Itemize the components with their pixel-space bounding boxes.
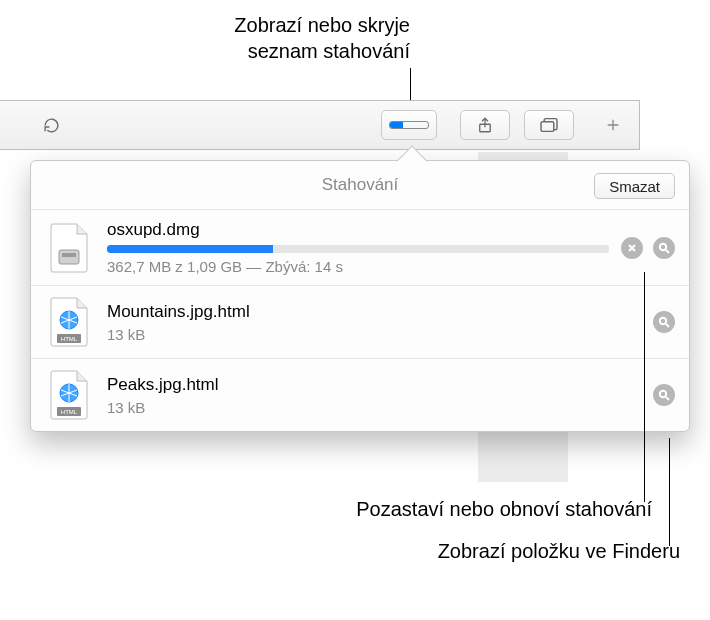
download-item: osxupd.dmg 362,7 MB z 1,09 GB — Zbývá: 1…	[31, 209, 689, 285]
svg-text:HTML: HTML	[61, 336, 78, 342]
file-meta: 13 kB	[107, 326, 641, 343]
reload-icon	[43, 117, 60, 134]
show-in-finder-button[interactable]	[653, 237, 675, 259]
magnifier-icon	[658, 242, 670, 254]
download-item: HTML Peaks.jpg.html 13 kB	[31, 358, 689, 431]
tabs-icon	[539, 117, 559, 133]
show-in-finder-button[interactable]	[653, 384, 675, 406]
share-icon	[476, 116, 494, 134]
stop-download-button[interactable]	[621, 237, 643, 259]
download-body: Peaks.jpg.html 13 kB	[107, 375, 641, 416]
downloads-popover: Stahování Smazat osxupd.dmg 362,7 MB z	[30, 160, 690, 432]
annotation-text: Zobrazí nebo skryje	[234, 14, 410, 36]
download-body: osxupd.dmg 362,7 MB z 1,09 GB — Zbývá: 1…	[107, 220, 609, 275]
clear-button-label: Smazat	[609, 178, 660, 195]
callout-line	[669, 438, 670, 546]
magnifier-icon	[658, 389, 670, 401]
plus-icon	[605, 117, 621, 133]
popover-header: Stahování Smazat	[31, 161, 689, 209]
file-name: Peaks.jpg.html	[107, 375, 641, 395]
downloads-mini-progress-fill	[390, 122, 403, 128]
svg-rect-3	[62, 253, 76, 257]
download-list: osxupd.dmg 362,7 MB z 1,09 GB — Zbývá: 1…	[31, 209, 689, 431]
progress-fill	[107, 245, 273, 253]
close-icon	[627, 243, 637, 253]
clear-button[interactable]: Smazat	[594, 173, 675, 199]
file-icon-html: HTML	[45, 296, 93, 348]
item-actions	[621, 237, 675, 259]
file-meta: 362,7 MB z 1,09 GB — Zbývá: 14 s	[107, 258, 609, 275]
download-body: Mountains.jpg.html 13 kB	[107, 302, 641, 343]
download-item: HTML Mountains.jpg.html 13 kB	[31, 285, 689, 358]
file-name: osxupd.dmg	[107, 220, 609, 240]
annotation-toggle-downloads: Zobrazí nebo skryje seznam stahování	[0, 12, 410, 64]
item-actions	[653, 384, 675, 406]
file-icon-html: HTML	[45, 369, 93, 421]
file-icon-dmg	[45, 222, 93, 274]
progress-bar	[107, 245, 609, 253]
callout-line	[644, 272, 645, 502]
downloads-mini-progress	[389, 121, 429, 129]
svg-point-8	[660, 318, 666, 324]
downloads-toolbar-button[interactable]	[381, 110, 437, 140]
svg-text:HTML: HTML	[61, 409, 78, 415]
tabs-button[interactable]	[524, 110, 574, 140]
item-actions	[653, 311, 675, 333]
reload-button[interactable]	[0, 110, 70, 140]
file-meta: 13 kB	[107, 399, 641, 416]
annotation-pause-resume: Pozastaví nebo obnoví stahování	[0, 498, 652, 521]
annotation-text: seznam stahování	[0, 38, 410, 64]
annotation-text: Zobrazí položku ve Finderu	[438, 540, 680, 562]
popover-title: Stahování	[322, 175, 399, 195]
magnifier-icon	[658, 316, 670, 328]
svg-rect-1	[541, 122, 554, 132]
svg-point-12	[660, 391, 666, 397]
callout-line	[410, 68, 411, 100]
share-button[interactable]	[460, 110, 510, 140]
file-name: Mountains.jpg.html	[107, 302, 641, 322]
new-tab-button[interactable]	[596, 110, 630, 140]
annotation-text: Pozastaví nebo obnoví stahování	[356, 498, 652, 520]
svg-point-4	[660, 243, 666, 249]
annotation-show-in-finder: Zobrazí položku ve Finderu	[0, 540, 680, 563]
show-in-finder-button[interactable]	[653, 311, 675, 333]
